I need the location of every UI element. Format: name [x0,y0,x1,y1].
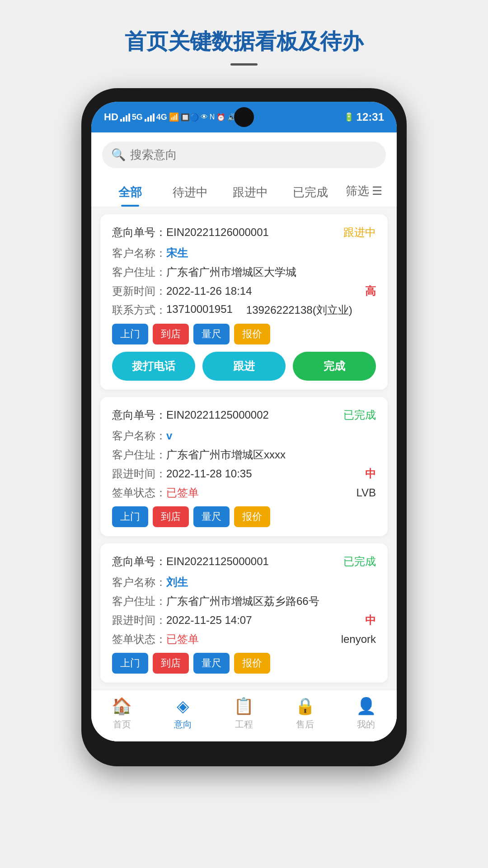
search-area: 🔍 [91,132,397,175]
tag-daodian-2[interactable]: 到店 [153,506,189,527]
phone-shell: HD 5G 4G 📶 🔲🔵 👁 N [81,88,407,766]
project-icon: 📋 [234,697,254,716]
tab-completed[interactable]: 已完成 [280,175,340,207]
signal-bars-2 [145,113,155,122]
battery-icon: 🔋 [344,112,354,122]
n-icon: N [210,113,215,121]
card-3-status: 已完成 [343,554,376,569]
tag-liangchi-3[interactable]: 量尺 [193,653,230,674]
status-5g: 5G [132,113,143,122]
phone-screen: HD 5G 4G 📶 🔲🔵 👁 N [91,102,397,741]
nav-home-label: 首页 [113,718,131,731]
card-2: 意向单号：EIN20221125000002 已完成 客户名称： v 客户住址：… [100,397,388,536]
signal-bars-1 [120,113,130,122]
card-1-time: 更新时间： 2022-11-26 18:14 高 [112,284,376,298]
card-1-status: 跟进中 [343,225,376,240]
filter-label: 筛选 [346,183,369,199]
nav-mine-label: 我的 [357,718,375,731]
card-1-priority: 高 [365,284,376,298]
filter-icon: ☰ [372,184,382,198]
card-2-order-label: 意向单号：EIN20221125000002 [112,408,269,422]
nav-project[interactable]: 📋 工程 [226,697,262,731]
camera-notch [234,107,254,127]
complete-button-1[interactable]: 完成 [293,352,376,381]
nav-intent-label: 意向 [174,718,192,731]
page-title: 首页关键数据看板及待办 [125,27,363,56]
app-icons: 🔲🔵 [181,113,199,122]
tag-shangmen-1[interactable]: 上门 [112,324,148,344]
nav-aftersale[interactable]: 🔒 售后 [287,697,323,731]
card-2-priority: 中 [365,467,376,481]
card-2-time: 跟进时间： 2022-11-28 10:35 中 [112,467,376,481]
app-content: 🔍 全部 待进中 跟进中 已完成 筛选 ☰ [91,132,397,741]
status-hd: HD [104,111,118,123]
status-time: 12:31 [357,111,384,123]
title-underline [230,63,258,66]
card-3-priority: 中 [365,613,376,627]
card-2-sign: 签单状态： 已签单 LVB [112,486,376,500]
tab-pending[interactable]: 待进中 [160,175,221,207]
filter-button[interactable]: 筛选 ☰ [340,179,388,203]
card-3-customer: 客户名称： 刘生 [112,575,376,590]
card-1-contact: 联系方式： 13710001951 13926222138(刘立业) [112,303,376,317]
card-1-phone2: 13926222138(刘立业) [246,303,352,317]
nav-aftersale-label: 售后 [296,718,314,731]
card-3-sign: 签单状态： 已签单 lenyork [112,632,376,646]
card-2-header: 意向单号：EIN20221125000002 已完成 [112,408,376,422]
card-3-time: 跟进时间： 2022-11-25 14:07 中 [112,613,376,627]
search-input[interactable] [130,148,377,162]
tabs-bar: 全部 待进中 跟进中 已完成 筛选 ☰ [91,175,397,207]
tag-baojia-2[interactable]: 报价 [234,506,270,527]
tag-shangmen-3[interactable]: 上门 [112,653,148,674]
intent-icon: ◈ [177,697,189,716]
aftersale-icon: 🔒 [295,697,315,716]
search-icon: 🔍 [111,148,126,162]
status-right: 🔋 12:31 [344,111,384,123]
nav-home[interactable]: 🏠 首页 [104,697,140,731]
alarm-icon: ⏰ [216,113,225,122]
search-box[interactable]: 🔍 [102,142,386,168]
tag-baojia-1[interactable]: 报价 [234,324,270,344]
card-2-tags: 上门 到店 量尺 报价 [112,506,376,527]
mine-icon: 👤 [356,697,376,716]
status-left: HD 5G 4G 📶 🔲🔵 👁 N [104,111,236,123]
tag-liangchi-1[interactable]: 量尺 [193,324,230,344]
card-3-header: 意向单号：EIN20221125000001 已完成 [112,554,376,569]
card-1-tags: 上门 到店 量尺 报价 [112,324,376,344]
tab-all[interactable]: 全部 [100,175,160,207]
tab-following[interactable]: 跟进中 [221,175,281,207]
card-1-header: 意向单号：EIN20221126000001 跟进中 [112,225,376,240]
call-button-1[interactable]: 拨打电话 [112,352,195,381]
nav-project-label: 工程 [235,718,253,731]
follow-button-1[interactable]: 跟进 [202,352,286,381]
card-1-order-label: 意向单号：EIN20221126000001 [112,225,269,240]
card-3: 意向单号：EIN20221125000001 已完成 客户名称： 刘生 客户住址… [100,543,388,683]
wifi-icon: 📶 [169,112,179,122]
card-3-sign-right: lenyork [341,633,376,646]
bottom-nav: 🏠 首页 ◈ 意向 📋 工程 🔒 售后 👤 我的 [91,690,397,741]
card-1-actions: 拨打电话 跟进 完成 [112,352,376,381]
eye-icon: 👁 [201,113,208,121]
card-2-sign-right: LVB [356,486,376,499]
home-icon: 🏠 [112,697,132,716]
tag-daodian-3[interactable]: 到店 [153,653,189,674]
card-1: 意向单号：EIN20221126000001 跟进中 客户名称： 宋生 客户住址… [100,214,388,390]
tag-daodian-1[interactable]: 到店 [153,324,189,344]
tag-liangchi-2[interactable]: 量尺 [193,506,230,527]
card-1-customer: 客户名称： 宋生 [112,246,376,260]
cards-container: 意向单号：EIN20221126000001 跟进中 客户名称： 宋生 客户住址… [91,207,397,690]
card-1-address: 客户住址： 广东省广州市增城区大学城 [112,265,376,279]
nav-mine[interactable]: 👤 我的 [348,697,384,731]
status-4g: 4G [156,113,167,122]
card-2-address: 客户住址： 广东省广州市增城区xxxx [112,448,376,462]
card-3-tags: 上门 到店 量尺 报价 [112,653,376,674]
card-1-phone1: 13710001951 [166,303,233,317]
card-3-order-label: 意向单号：EIN20221125000001 [112,554,269,569]
nav-intent[interactable]: ◈ 意向 [165,697,201,731]
status-bar: HD 5G 4G 📶 🔲🔵 👁 N [91,102,397,132]
card-2-customer: 客户名称： v [112,429,376,443]
card-3-address: 客户住址： 广东省广州市增城区荔乡路66号 [112,594,376,609]
tag-baojia-3[interactable]: 报价 [234,653,270,674]
card-2-status: 已完成 [343,408,376,422]
tag-shangmen-2[interactable]: 上门 [112,506,148,527]
